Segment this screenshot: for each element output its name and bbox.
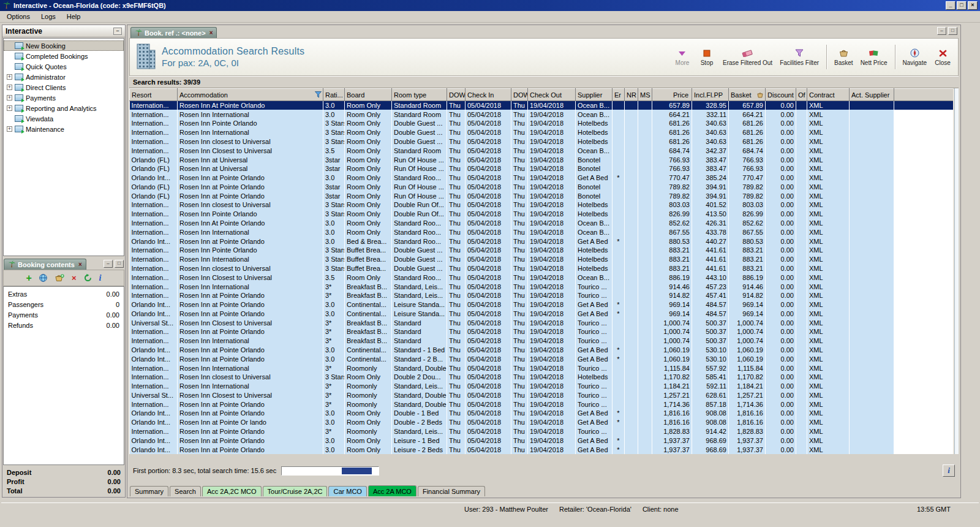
result-row-8[interactable]: Orlando (FL)Rosen Inn at Universal3starR…	[130, 164, 953, 173]
result-row-16[interactable]: Orlando Int...Rosen Inn at Pointe Orland…	[130, 237, 953, 246]
bottom-tab-summary[interactable]: Summary	[130, 486, 168, 496]
vertical-scrollbar[interactable]	[954, 88, 959, 454]
tab-close-icon[interactable]: ×	[209, 29, 213, 36]
window-close-button[interactable]: ×	[968, 1, 978, 10]
info-button[interactable]: i	[943, 464, 955, 477]
menu-options[interactable]: Options	[1, 12, 36, 21]
refresh-icon[interactable]	[84, 273, 92, 283]
column-header-supplier[interactable]: Supplier	[576, 89, 612, 101]
globe-icon[interactable]	[39, 273, 47, 283]
result-row-3[interactable]: Internation...Rosen Inn Pointe Orlando3 …	[130, 119, 953, 128]
menu-help[interactable]: Help	[61, 12, 86, 21]
item-info-icon[interactable]: i	[99, 273, 102, 283]
bc-maximize-button[interactable]: □	[115, 260, 124, 268]
column-header-room-type[interactable]: Room type	[392, 89, 447, 101]
bottom-tab-tour-cruise-2a-2c[interactable]: Tour/Cruise 2A,2C	[263, 486, 328, 496]
column-header-price[interactable]: Price	[652, 89, 692, 101]
sidebar-item-administrator[interactable]: +Administrator	[4, 72, 124, 82]
doc-maximize-button[interactable]: □	[948, 27, 957, 35]
booking-contents-close-icon[interactable]: ×	[78, 261, 82, 268]
booking-contents-item-payments[interactable]: Payments0.00	[6, 309, 121, 320]
result-row-4[interactable]: Internation...Rosen Inn International3 S…	[130, 128, 953, 137]
result-row-25[interactable]: Universal St...Rosen Inn Closest to Univ…	[130, 318, 953, 327]
expand-icon[interactable]: +	[7, 74, 12, 80]
result-row-9[interactable]: Orlando Int...Rosen Inn at Pointe Orland…	[130, 173, 953, 183]
column-header-ms[interactable]: MS	[638, 89, 652, 101]
navigate-button[interactable]: Navigate	[901, 47, 929, 67]
column-header-dow[interactable]: DOW	[447, 89, 466, 101]
bottom-tab-acc-2a-2c-mco[interactable]: Acc 2A,2C MCO	[202, 486, 262, 496]
result-row-6[interactable]: Internation...Rosen Inn Closest to Unive…	[130, 146, 953, 155]
nett-price-button[interactable]: Nett Price	[859, 47, 889, 67]
booking-contents-item-extras[interactable]: Extras0.00	[6, 289, 121, 299]
result-row-29[interactable]: Orlando Int...Rosen Inn at Pointe Orland…	[130, 354, 953, 363]
result-row-24[interactable]: Orlando Int...Rosen Inn at Pointe Orland…	[130, 309, 953, 318]
expand-icon[interactable]: +	[7, 105, 12, 111]
result-row-20[interactable]: Internation...Rosen Inn Closest to Unive…	[130, 273, 953, 282]
expand-icon[interactable]: +	[7, 85, 12, 90]
result-row-21[interactable]: Internation...Rosen Inn International3*B…	[130, 282, 953, 291]
result-row-22[interactable]: Internation...Rosen Inn at Pointe Orland…	[130, 291, 953, 300]
result-row-31[interactable]: Internation...Rosen Inn closest to Unive…	[130, 373, 953, 382]
sidebar-item-quick-quotes[interactable]: Quick Quotes	[4, 61, 124, 72]
close-results-button[interactable]: Close	[932, 47, 953, 67]
result-row-1[interactable]: Internation...Rosen Inn At Pointe Orland…	[130, 101, 953, 110]
column-header-rati[interactable]: Rati...	[323, 89, 345, 101]
column-header-resort[interactable]: Resort	[130, 89, 178, 101]
result-row-11[interactable]: Orlando (FL)Rosen Inn at Pointe Orlando3…	[130, 191, 953, 200]
result-row-2[interactable]: Internation...Rosen Inn International3.0…	[130, 110, 953, 119]
result-row-33[interactable]: Universal St...Rosen Inn Closest to Univ…	[130, 391, 953, 400]
column-header-discount[interactable]: Discount	[766, 89, 796, 101]
result-row-10[interactable]: Orlando (FL)Rosen Inn at Pointe Orlando3…	[130, 183, 953, 192]
result-row-36[interactable]: Orlando Int...Rosen Inn at Pointe Or lan…	[130, 418, 953, 427]
result-row-12[interactable]: Internation...Rosen Inn closest to Unive…	[130, 200, 953, 210]
column-header-basket[interactable]: Basket	[729, 89, 766, 101]
result-row-34[interactable]: Internation...Rosen Inn at Pointe Orland…	[130, 400, 953, 409]
bottom-tab-financial-summary[interactable]: Financial Summary	[418, 486, 485, 496]
sidebar-item-completed-bookings[interactable]: Completed Bookings	[4, 51, 124, 61]
column-header-of[interactable]: Of	[796, 89, 807, 101]
collapse-panel-button[interactable]: –	[113, 28, 122, 35]
result-row-37[interactable]: Internation...Rosen Inn at Pointe Orland…	[130, 427, 953, 436]
result-row-5[interactable]: Internation...Rosen Inn closest to Unive…	[130, 137, 953, 146]
result-row-15[interactable]: Internation...Rosen Inn International3.0…	[130, 227, 953, 237]
sidebar-item-direct-clients[interactable]: +Direct Clients	[4, 82, 124, 93]
column-header-act-supplier[interactable]: Act. Supplier	[850, 89, 894, 101]
sidebar-item-maintenance[interactable]: +Maintenance	[4, 124, 124, 134]
column-header-check-in[interactable]: Check In	[466, 89, 511, 101]
basket-button[interactable]: Basket	[832, 47, 855, 67]
add-to-basket-icon[interactable]	[55, 273, 64, 283]
bottom-tab-acc-2a-mco[interactable]: Acc 2A MCO	[368, 485, 417, 496]
bottom-tab-search[interactable]: Search	[170, 486, 201, 496]
column-header-contract[interactable]: Contract	[807, 89, 850, 101]
window-maximize-button[interactable]: □	[957, 1, 967, 10]
expand-icon[interactable]: +	[7, 126, 12, 132]
column-header-nr[interactable]: NR	[625, 89, 638, 101]
result-row-26[interactable]: Internation...Rosen Inn at Pointe Orland…	[130, 327, 953, 336]
result-row-13[interactable]: Internation...Rosen Inn Pointe Orlando3 …	[130, 210, 953, 219]
result-row-14[interactable]: Internation...Rosen Inn At Pointe Orland…	[130, 219, 953, 228]
column-header-incl-fl-pp[interactable]: Incl.Fl.PP	[692, 89, 729, 101]
result-row-18[interactable]: Internation...Rosen Inn International3 S…	[130, 255, 953, 264]
more-button[interactable]: More	[672, 47, 693, 67]
result-row-38[interactable]: Orlando Int...Rosen Inn at Pointe Orland…	[130, 436, 953, 445]
erase-filtered-out-button[interactable]: Erase Filtered Out	[721, 47, 774, 67]
result-row-23[interactable]: Orlando Int...Rosen Inn at Pointe Orland…	[130, 300, 953, 309]
booking-contents-item-passengers[interactable]: Passengers0	[6, 299, 121, 309]
bottom-tab-car-mco[interactable]: Car MCO	[328, 486, 366, 496]
result-row-7[interactable]: Orlando (FL)Rosen Inn at Universal3starR…	[130, 155, 953, 164]
column-header-dow[interactable]: DOW	[511, 89, 528, 101]
delete-item-icon[interactable]: ×	[72, 273, 77, 283]
sidebar-item-reporting-and-analytics[interactable]: +Reporting and Analytics	[4, 103, 124, 113]
expand-icon[interactable]: +	[7, 95, 12, 100]
result-row-19[interactable]: Internation...Rosen Inn closest to Unive…	[130, 264, 953, 273]
result-row-32[interactable]: Internation...Rosen Inn International3*R…	[130, 382, 953, 391]
booking-contents-item-refunds[interactable]: Refunds0.00	[6, 320, 121, 330]
result-row-27[interactable]: Internation...Rosen Inn International3*B…	[130, 336, 953, 346]
result-row-39[interactable]: Orlando Int...Rosen Inn at Pointe Orland…	[130, 445, 953, 454]
result-row-28[interactable]: Orlando Int...Rosen Inn at Pointe Orland…	[130, 346, 953, 355]
add-item-icon[interactable]: +	[26, 273, 32, 283]
window-minimize-button[interactable]: _	[946, 1, 956, 10]
result-row-35[interactable]: Orlando Int...Rosen Inn at Pointe Orland…	[130, 409, 953, 418]
doc-minimize-button[interactable]: –	[937, 27, 946, 35]
